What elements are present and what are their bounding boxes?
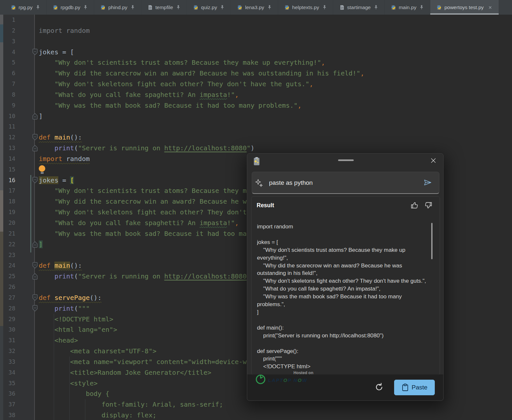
intention-bulb-icon[interactable] — [39, 165, 46, 174]
result-line: def main(): — [257, 324, 430, 332]
advanced-paste-window: paste as python Result import random jok… — [247, 153, 444, 401]
result-line: ] — [257, 308, 430, 316]
tab-label: main.py — [399, 5, 416, 10]
code-line-12[interactable]: 12def main(): — [0, 132, 512, 143]
tab-main-py[interactable]: main.py — [385, 0, 430, 15]
tab-helptexts-py[interactable]: helptexts.py — [278, 0, 333, 15]
tab-close-icon[interactable] — [488, 5, 492, 10]
code-line-1[interactable]: 1 — [0, 15, 512, 25]
line-number: 29 — [0, 314, 15, 325]
editor-tab-bar: rpg.pyrpgdb.pyphind.pytempfilequiz.pylen… — [0, 0, 512, 15]
thumbs-up-icon[interactable] — [410, 201, 419, 211]
tab-startimage[interactable]: startimage — [333, 0, 385, 15]
line-number: 6 — [0, 68, 15, 79]
pin-icon[interactable] — [176, 5, 180, 10]
tab-quiz-py[interactable]: quiz.py — [187, 0, 231, 15]
code-line-3[interactable]: 3 — [0, 36, 512, 47]
indent-guide — [85, 399, 85, 420]
indent-guide — [54, 314, 54, 420]
code-line-11[interactable]: 11 — [0, 121, 512, 132]
line-number: 34 — [0, 367, 15, 378]
result-line — [257, 231, 430, 238]
fold-up-icon[interactable] — [32, 273, 38, 280]
prompt-input[interactable]: paste as python — [252, 172, 439, 194]
fold-down-icon[interactable] — [32, 305, 38, 312]
code-line-37[interactable]: 37 font-family: Arial, sans-serif; — [0, 399, 512, 410]
python-file-icon — [284, 5, 290, 10]
fold-up-icon[interactable] — [32, 113, 38, 120]
line-number: 1 — [0, 15, 15, 25]
dialog-close-icon[interactable] — [431, 158, 436, 163]
result-line: jokes = [ — [257, 238, 430, 246]
refresh-icon[interactable] — [374, 382, 384, 392]
tab-label: rpgdb.py — [61, 5, 80, 10]
code-line-9[interactable]: 9 "Why was the math book sad? Because it… — [0, 100, 512, 111]
line-number: 19 — [0, 207, 15, 218]
line-number: 21 — [0, 228, 15, 239]
pin-icon[interactable] — [374, 5, 378, 10]
code-line-6[interactable]: 6 "Why did the scarecrow win an award? B… — [0, 68, 512, 79]
code-line-10[interactable]: 10] — [0, 111, 512, 122]
pin-icon[interactable] — [267, 5, 272, 10]
tab-phind-py[interactable]: phind.py — [94, 0, 141, 15]
tab-rpg-py[interactable]: rpg.py — [5, 0, 47, 15]
send-icon[interactable] — [423, 179, 432, 188]
line-number: 31 — [0, 335, 15, 346]
tab-lena3-py[interactable]: lena3.py — [231, 0, 278, 15]
python-file-icon — [237, 5, 242, 10]
result-line: print(""" — [257, 355, 430, 363]
ide-window: rpg.pyrpgdb.pyphind.pytempfilequiz.pylen… — [0, 0, 512, 420]
result-code: import random jokes = [ "Why don't scien… — [257, 223, 430, 371]
result-line: "What do you call fake spaghetti? An imp… — [257, 285, 430, 293]
code-line-7[interactable]: 7 "Why don't skeletons fight each other?… — [0, 79, 512, 89]
code-line-13[interactable]: 13 print("Server is running on http://lo… — [0, 143, 512, 154]
line-number: 28 — [0, 303, 15, 314]
pin-icon[interactable] — [36, 5, 40, 10]
tab-tempfile[interactable]: tempfile — [141, 0, 187, 15]
fold-region-bar — [30, 175, 31, 252]
line-number: 11 — [0, 121, 15, 132]
drag-handle[interactable] — [338, 159, 354, 161]
paste-button[interactable]: Paste — [394, 380, 435, 395]
watermark: Hosted on LAPTOP NOW — [247, 367, 345, 386]
fold-down-icon[interactable] — [32, 134, 38, 141]
paste-button-label: Paste — [412, 384, 428, 391]
tab-rpgdb-py[interactable]: rpgdb.py — [47, 0, 94, 15]
fold-down-icon[interactable] — [32, 294, 38, 301]
fold-up-icon[interactable] — [32, 144, 38, 152]
python-file-icon — [391, 5, 396, 10]
line-number: 20 — [0, 218, 15, 228]
result-label: Result — [257, 202, 274, 209]
thumbs-down-icon[interactable] — [424, 201, 433, 211]
fold-down-icon[interactable] — [32, 48, 38, 56]
line-number: 5 — [0, 57, 15, 68]
line-number: 7 — [0, 79, 15, 89]
line-number: 33 — [0, 357, 15, 367]
result-line: everything!", — [257, 254, 430, 262]
result-line: print("Server is running on http://local… — [257, 332, 430, 340]
pin-icon[interactable] — [83, 5, 88, 10]
result-scrollbar[interactable] — [431, 223, 433, 259]
pin-icon[interactable] — [220, 5, 224, 10]
pin-icon[interactable] — [420, 5, 424, 10]
fold-down-icon[interactable] — [32, 262, 38, 269]
fold-down-icon[interactable] — [32, 177, 38, 184]
pin-icon[interactable] — [322, 5, 327, 10]
code-line-2[interactable]: 2import random — [0, 25, 512, 36]
line-number: 14 — [0, 154, 15, 164]
line-number: 10 — [0, 111, 15, 122]
python-file-icon — [436, 5, 442, 10]
code-line-5[interactable]: 5 "Why don't scientists trust atoms? Bec… — [0, 57, 512, 68]
code-line-38[interactable]: 38 display: flex; — [0, 410, 512, 420]
result-line: "Why was the math book sad? Because it h… — [257, 293, 430, 301]
tab-powertoys-test-py[interactable]: powertoys test.py — [430, 0, 499, 15]
pin-icon[interactable] — [131, 5, 135, 10]
line-number: 2 — [0, 25, 15, 36]
tab-label: rpg.py — [19, 5, 33, 10]
code-line-4[interactable]: 4jokes = [ — [0, 47, 512, 58]
result-line: import random — [257, 223, 430, 231]
ai-sparkle-icon — [255, 179, 263, 189]
code-line-8[interactable]: 8 "What do you call fake spaghetti? An i… — [0, 89, 512, 100]
fold-up-icon[interactable] — [32, 241, 38, 248]
line-number: 12 — [0, 132, 15, 143]
